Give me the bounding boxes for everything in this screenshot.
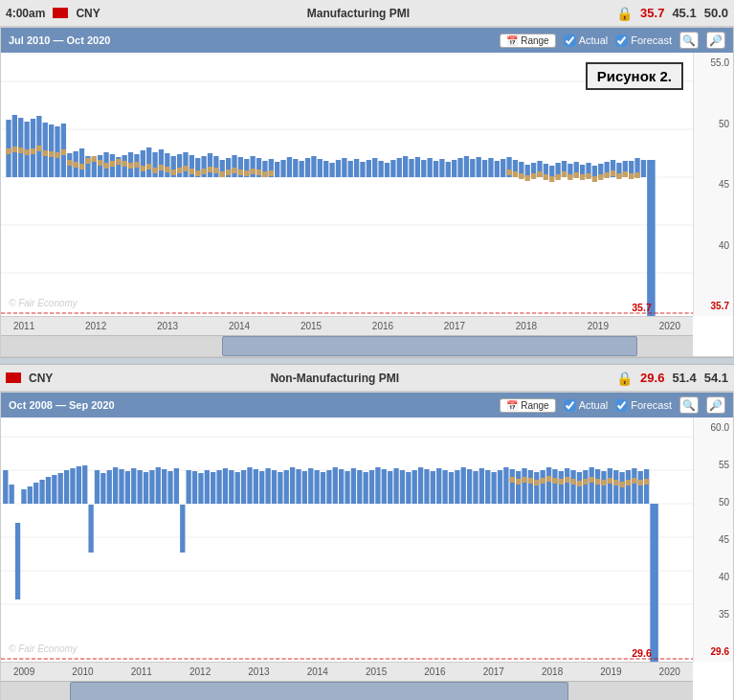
svg-rect-94: [342, 158, 346, 177]
svg-rect-63: [152, 168, 157, 173]
x-axis-1: 2011 2012 2013 2014 2015 2016 2017 2018 …: [1, 316, 693, 335]
svg-rect-276: [559, 471, 564, 504]
svg-rect-251: [406, 472, 411, 504]
svg-rect-217: [198, 473, 203, 504]
svg-rect-191: [39, 480, 44, 504]
svg-rect-60: [208, 153, 212, 177]
svg-rect-114: [464, 156, 469, 177]
svg-rect-288: [510, 477, 515, 483]
svg-rect-161: [544, 174, 548, 180]
svg-rect-18: [24, 149, 29, 155]
svg-rect-267: [503, 467, 508, 504]
svg-rect-6: [12, 115, 17, 177]
value-high-2: 54.1: [704, 371, 728, 385]
svg-rect-172: [611, 170, 615, 176]
svg-rect-72: [208, 167, 212, 172]
svg-rect-249: [393, 468, 398, 504]
zoom-btn-1[interactable]: 🔎: [706, 32, 725, 49]
top-bar-1: 4:00am CNY Manufacturing PMI 🔒 35.7 45.1…: [0, 0, 734, 27]
svg-rect-298: [570, 479, 575, 485]
indicator-label-2: Non-Manufacturing PMI: [60, 372, 609, 385]
search-btn-1[interactable]: 🔍: [679, 32, 699, 49]
svg-rect-49: [141, 150, 145, 177]
svg-rect-110: [439, 159, 444, 177]
svg-rect-102: [390, 160, 395, 177]
svg-rect-286: [619, 472, 624, 504]
svg-rect-27: [79, 148, 84, 177]
watermark-1: © Fair Economy: [9, 298, 78, 308]
svg-rect-111: [446, 162, 451, 177]
svg-rect-224: [241, 470, 246, 504]
svg-rect-291: [528, 478, 533, 484]
svg-rect-97: [360, 162, 365, 177]
svg-rect-265: [491, 472, 496, 504]
svg-rect-107: [421, 160, 426, 177]
svg-rect-310: [644, 469, 649, 504]
svg-rect-303: [601, 480, 606, 485]
svg-rect-247: [382, 469, 387, 504]
svg-rect-255: [431, 471, 435, 504]
svg-rect-299: [577, 481, 582, 486]
svg-rect-45: [116, 159, 121, 165]
indicator-label-1: Manufacturing PMI: [108, 7, 609, 20]
svg-rect-220: [216, 470, 221, 504]
svg-rect-30: [98, 155, 102, 177]
lock-icon-1: 🔒: [616, 6, 633, 21]
range-btn-2[interactable]: 📅 Range: [500, 398, 555, 413]
svg-rect-208: [144, 472, 148, 504]
svg-rect-174: [623, 171, 628, 177]
svg-rect-50: [146, 147, 151, 177]
svg-rect-228: [265, 468, 270, 504]
range-btn-1[interactable]: 📅 Range: [500, 34, 555, 48]
forecast-check-1[interactable]: Forecast: [615, 34, 672, 47]
svg-rect-9: [31, 119, 35, 177]
svg-rect-204: [119, 469, 123, 504]
search-btn-2[interactable]: 🔍: [679, 396, 699, 414]
svg-rect-225: [247, 467, 252, 504]
svg-rect-185: [3, 470, 8, 504]
chart-section-1: Jul 2010 — Oct 2020 📅 Range Actual Forec…: [0, 27, 734, 357]
svg-rect-93: [336, 160, 341, 177]
svg-rect-118: [488, 158, 493, 177]
chart-svg-2: 29.6: [1, 418, 693, 662]
svg-rect-222: [229, 470, 234, 504]
svg-rect-196: [70, 468, 75, 504]
svg-rect-90: [318, 159, 323, 177]
svg-rect-23: [55, 152, 59, 158]
svg-rect-40: [85, 158, 90, 164]
svg-rect-284: [608, 468, 612, 504]
time-label: 4:00am: [6, 7, 45, 20]
flag-icon-cny: [53, 8, 68, 18]
svg-rect-39: [79, 164, 84, 169]
scrollbar-thumb-2[interactable]: [70, 682, 568, 700]
svg-rect-216: [192, 471, 197, 504]
svg-rect-292: [534, 480, 539, 485]
svg-rect-254: [424, 469, 429, 504]
scrollbar-2[interactable]: [1, 681, 693, 700]
svg-rect-304: [608, 478, 612, 484]
actual-check-1[interactable]: Actual: [564, 34, 609, 47]
svg-rect-103: [397, 158, 402, 177]
svg-rect-285: [613, 470, 618, 504]
svg-rect-234: [302, 471, 307, 504]
scrollbar-thumb-1[interactable]: [222, 336, 637, 356]
actual-check-2[interactable]: Actual: [564, 399, 609, 412]
svg-rect-195: [64, 470, 69, 504]
svg-rect-263: [479, 468, 484, 504]
svg-rect-168: [586, 173, 590, 179]
svg-rect-214: [180, 505, 185, 553]
scrollbar-1[interactable]: [1, 335, 693, 356]
zoom-btn-2[interactable]: 🔎: [706, 396, 725, 414]
svg-rect-152: [256, 169, 261, 175]
svg-rect-280: [583, 470, 588, 504]
chart-plot-1: Рисунок 2.: [1, 53, 693, 316]
svg-rect-56: [183, 152, 188, 177]
figure-label: Рисунок 2.: [586, 62, 683, 90]
forecast-check-2[interactable]: Forecast: [615, 399, 672, 412]
svg-rect-165: [567, 174, 572, 180]
svg-rect-257: [442, 470, 447, 504]
svg-rect-201: [100, 473, 105, 504]
currency-label-2: CNY: [29, 372, 53, 385]
svg-rect-256: [436, 468, 441, 504]
svg-rect-188: [21, 489, 26, 504]
